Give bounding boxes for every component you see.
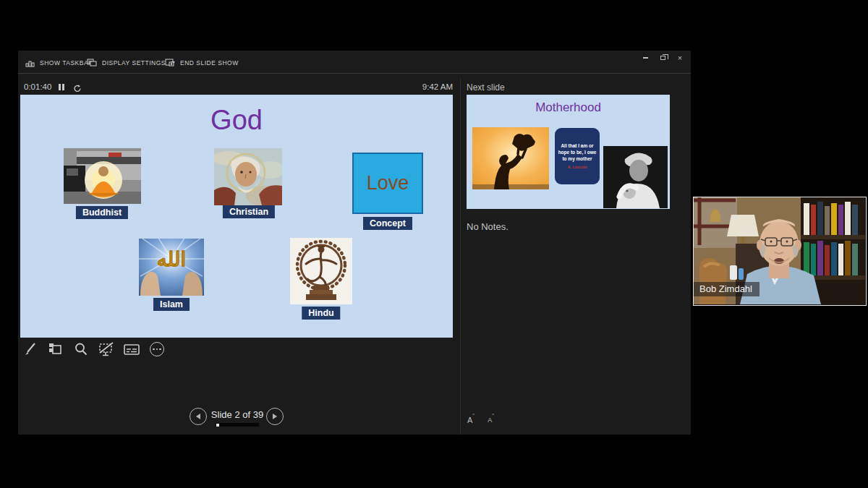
slide-title: God — [20, 105, 453, 136]
taskbar-icon — [25, 59, 35, 67]
zoom-slide-button[interactable] — [72, 341, 90, 358]
end-slide-show-icon — [165, 59, 175, 67]
window-controls: × — [639, 52, 686, 64]
motherhood-quote: All that I am or hope to be, I owe to my… — [557, 143, 597, 162]
end-slide-show-button[interactable]: END SLIDE SHOW — [165, 56, 239, 69]
buddhist-label: Buddhist — [76, 206, 128, 219]
pen-icon — [22, 341, 38, 357]
hindu-label: Hindu — [302, 307, 340, 320]
christian-image — [214, 148, 282, 205]
display-settings-button[interactable]: DISPLAY SETTINGS — [87, 56, 175, 69]
webcam-video: Bob Zimdahl — [693, 197, 867, 306]
see-all-slides-button[interactable] — [47, 341, 64, 358]
motherhood-quote-box: All that I am or hope to be, I owe to my… — [555, 128, 600, 184]
annotation-toolbar — [22, 341, 166, 358]
love-concept-box: Love — [352, 153, 423, 214]
mother-baby-photo — [603, 146, 668, 208]
decrease-caret-icon: ^ — [492, 413, 494, 417]
hindu-image — [290, 238, 352, 304]
pen-tool-button[interactable] — [22, 341, 39, 358]
show-taskbar-button[interactable]: SHOW TASKBAR — [25, 56, 93, 69]
christian-label: Christian — [223, 205, 275, 218]
more-options-button[interactable] — [148, 341, 166, 358]
participant-name-label: Bob Zimdahl — [694, 282, 760, 296]
all-slides-icon — [48, 341, 64, 357]
islam-label: Islam — [153, 298, 190, 311]
slide-counter: Slide 2 of 39 — [208, 409, 267, 420]
subtitles-icon — [123, 341, 140, 357]
previous-slide-button[interactable] — [190, 408, 207, 425]
allah-calligraphy: الله — [157, 248, 187, 270]
next-slide-preview[interactable]: Motherhood — [467, 95, 670, 209]
display-settings-label: DISPLAY SETTINGS — [102, 59, 166, 67]
screen: SHOW TASKBAR DISPLAY SETTINGS END SLIDE … — [0, 0, 868, 488]
magnifier-icon — [73, 341, 89, 357]
buddhist-image — [64, 148, 141, 204]
black-screen-button[interactable] — [98, 341, 115, 358]
minimize-icon — [643, 57, 648, 59]
previous-arrow-icon — [195, 413, 201, 420]
next-slide-button[interactable] — [266, 408, 284, 425]
subtitles-button[interactable] — [123, 341, 140, 358]
toolbar-divider — [18, 73, 691, 74]
notes-font-controls: A^ A^ — [464, 414, 497, 426]
clock: 9:42 AM — [20, 82, 453, 91]
mother-child-silhouette-image — [472, 127, 549, 189]
decrease-font-button[interactable]: A^ — [485, 414, 497, 426]
increase-caret-icon: ^ — [472, 413, 475, 417]
panel-divider — [460, 78, 461, 435]
restore-icon — [660, 56, 665, 60]
increase-font-button[interactable]: A^ — [464, 414, 477, 426]
close-button[interactable]: × — [673, 52, 686, 64]
presenter-view-window: SHOW TASKBAR DISPLAY SETTINGS END SLIDE … — [18, 51, 691, 435]
next-slide-title: Motherhood — [467, 100, 670, 115]
quote-attribution: A. Lincoln — [568, 165, 587, 169]
love-text: Love — [367, 172, 409, 194]
display-settings-icon — [87, 59, 97, 67]
minimize-button[interactable] — [639, 52, 652, 64]
close-icon: × — [678, 53, 682, 62]
notes-placeholder: No Notes. — [467, 221, 509, 232]
concept-label: Concept — [363, 217, 412, 230]
end-slide-show-label: END SLIDE SHOW — [180, 59, 239, 67]
next-slide-header: Next slide — [467, 82, 505, 93]
islam-image: الله — [139, 239, 204, 296]
ellipsis-icon — [150, 342, 164, 356]
show-taskbar-label: SHOW TASKBAR — [40, 59, 93, 67]
slideshow-progress-bar — [216, 423, 259, 427]
next-arrow-icon — [272, 413, 278, 420]
black-screen-icon — [98, 341, 115, 357]
current-slide[interactable]: God Buddhist — [20, 95, 453, 338]
restore-button[interactable] — [656, 52, 669, 64]
